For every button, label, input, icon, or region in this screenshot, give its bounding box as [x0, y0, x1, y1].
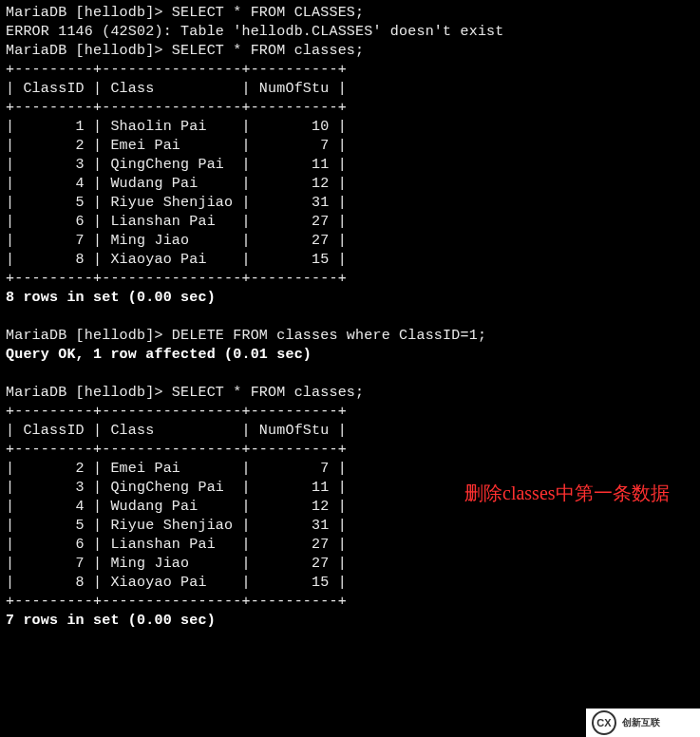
table-row: | 5 | Riyue Shenjiao | 31 | [6, 518, 347, 534]
prompt: MariaDB [hellodb]> [6, 5, 172, 21]
table-row: | 8 | Xiaoyao Pai | 15 | [6, 575, 347, 591]
error-message: ERROR 1146 (42S02): Table 'hellodb.CLASS… [6, 24, 503, 40]
table-row: | 6 | Lianshan Pai | 27 | [6, 537, 347, 553]
table-header: | ClassID | Class | NumOfStu | [6, 81, 347, 97]
watermark-text: 创新互联 [622, 713, 660, 732]
sql-command-3: DELETE FROM classes where ClassID=1; [172, 328, 486, 344]
table-separator: +---------+----------------+----------+ [6, 442, 347, 458]
table-row: | 3 | QingCheng Pai | 11 | [6, 157, 347, 173]
table-row: | 4 | Wudang Pai | 12 | [6, 176, 347, 192]
table-row: | 2 | Emei Pai | 7 | [6, 461, 347, 477]
prompt: MariaDB [hellodb]> [6, 385, 172, 401]
table-row: | 4 | Wudang Pai | 12 | [6, 499, 347, 515]
table-row: | 3 | QingCheng Pai | 11 | [6, 480, 347, 496]
table-row: | 2 | Emei Pai | 7 | [6, 138, 347, 154]
table-separator: +---------+----------------+----------+ [6, 100, 347, 116]
terminal-output[interactable]: MariaDB [hellodb]> SELECT * FROM CLASSES… [0, 0, 700, 634]
table-row: | 7 | Ming Jiao | 27 | [6, 233, 347, 249]
annotation-text: 删除classes中第一条数据 [464, 481, 689, 505]
table-row: | 8 | Xiaoyao Pai | 15 | [6, 252, 347, 268]
prompt: MariaDB [hellodb]> [6, 328, 172, 344]
table-header: | ClassID | Class | NumOfStu | [6, 423, 347, 439]
table-row: | 5 | Riyue Shenjiao | 31 | [6, 195, 347, 211]
result-summary-3: 7 rows in set (0.00 sec) [6, 613, 216, 629]
watermark-logo-icon: CX [592, 710, 616, 735]
table-separator: +---------+----------------+----------+ [6, 62, 347, 78]
sql-command-2: SELECT * FROM classes; [172, 43, 364, 59]
table-separator: +---------+----------------+----------+ [6, 594, 347, 610]
result-summary-1: 8 rows in set (0.00 sec) [6, 290, 216, 306]
result-summary-2: Query OK, 1 row affected (0.01 sec) [6, 347, 312, 363]
prompt: MariaDB [hellodb]> [6, 43, 172, 59]
sql-command-1: SELECT * FROM CLASSES; [172, 5, 364, 21]
watermark: CX 创新互联 [586, 709, 700, 737]
table-row: | 7 | Ming Jiao | 27 | [6, 556, 347, 572]
table-separator: +---------+----------------+----------+ [6, 271, 347, 287]
table-row: | 1 | Shaolin Pai | 10 | [6, 119, 347, 135]
table-row: | 6 | Lianshan Pai | 27 | [6, 214, 347, 230]
sql-command-4: SELECT * FROM classes; [172, 385, 364, 401]
table-separator: +---------+----------------+----------+ [6, 404, 347, 420]
